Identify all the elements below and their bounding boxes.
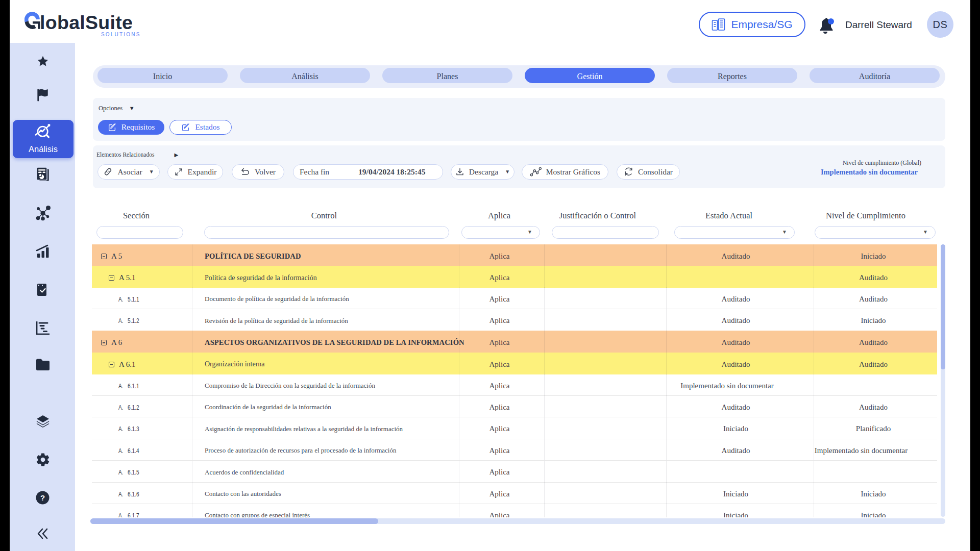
svg-text:lobalSuite: lobalSuite (40, 12, 133, 33)
svg-text:SOLUTIONS: SOLUTIONS (101, 32, 141, 37)
svg-text:?: ? (40, 493, 45, 502)
